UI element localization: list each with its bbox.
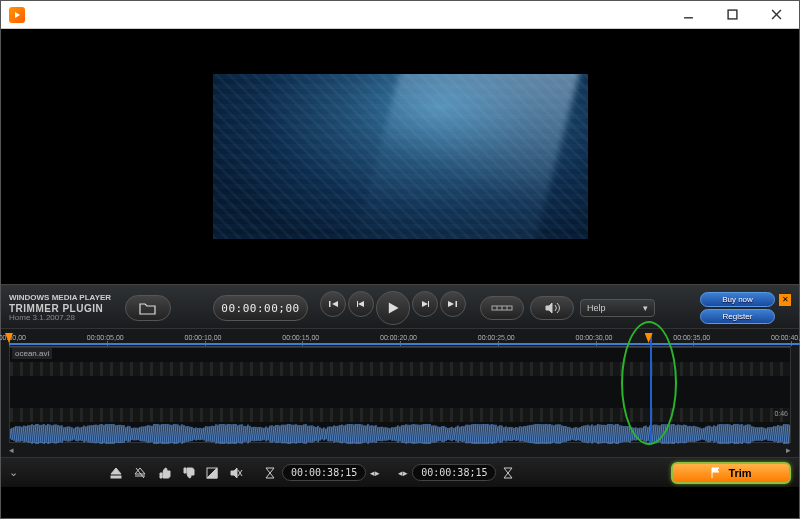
clip-name-label: ocean.avi: [12, 348, 52, 359]
film-strip-bottom: [10, 408, 790, 422]
open-file-button[interactable]: [125, 295, 171, 321]
trim-button[interactable]: Trim: [671, 462, 791, 484]
ruler-tick-label: 00:00:25,00: [478, 334, 515, 341]
ruler-tick-label: 00:00:35,00: [673, 334, 710, 341]
window-titlebar: [1, 1, 799, 29]
nudge-right-buttons[interactable]: ◂▸: [398, 468, 408, 478]
nudge-left-buttons[interactable]: ◂▸: [370, 468, 380, 478]
eject-icon[interactable]: [108, 465, 124, 481]
out-point-time: 00:00:38;15: [412, 464, 496, 481]
ruler-tick-label: 00:00:10,00: [185, 334, 222, 341]
maximize-button[interactable]: [717, 5, 747, 25]
film-strip-top: [10, 362, 790, 376]
title-line1: WINDOWS MEDIA PLAYER: [9, 294, 119, 303]
skip-back-button[interactable]: [320, 291, 346, 317]
ruler-tick-label: 00:00:30,00: [576, 334, 613, 341]
timecode-display: 00:00:00;00: [213, 295, 308, 321]
mute-icon[interactable]: [228, 465, 244, 481]
svg-marker-8: [389, 302, 399, 313]
zoom-slider-button[interactable]: [480, 296, 524, 320]
minimize-button[interactable]: [673, 5, 703, 25]
track-area[interactable]: ocean.avi 0:46: [9, 347, 791, 443]
flag-icon: [710, 467, 722, 479]
title-line2: TRIMMER PLUGIN: [9, 303, 119, 314]
hourglass-left-icon: [262, 465, 278, 481]
plugin-title: WINDOWS MEDIA PLAYER TRIMMER PLUGIN Home…: [9, 294, 119, 323]
svg-marker-17: [546, 303, 552, 313]
video-content: [351, 74, 585, 239]
range-bar: [9, 343, 800, 345]
svg-rect-19: [111, 476, 121, 478]
clip-duration-label: 0:46: [774, 410, 788, 417]
ruler-tick-label: 00:00:40,00: [771, 334, 800, 341]
ruler-tick-label: 00:00:00,00: [0, 334, 26, 341]
contrast-icon[interactable]: [204, 465, 220, 481]
transport-panel: WINDOWS MEDIA PLAYER TRIMMER PLUGIN Home…: [1, 284, 799, 328]
scroll-left-button[interactable]: ◂: [9, 445, 14, 457]
skip-forward-button[interactable]: [440, 291, 466, 317]
svg-marker-18: [111, 468, 121, 474]
svg-rect-12: [456, 301, 458, 307]
thumb-up-icon[interactable]: [156, 465, 172, 481]
svg-rect-1: [728, 10, 737, 19]
svg-marker-9: [422, 301, 428, 307]
close-button[interactable]: [761, 5, 791, 25]
svg-marker-6: [358, 301, 364, 307]
register-button[interactable]: Register: [700, 309, 775, 324]
frame-back-button[interactable]: [348, 291, 374, 317]
hourglass-right-icon: [500, 465, 516, 481]
scroll-right-button[interactable]: ▸: [786, 445, 791, 457]
bottom-toolbar: ⌄ 00:00:38;15 ◂▸ ◂▸ 00:00:38;15 Trim: [1, 457, 799, 487]
buy-now-button[interactable]: Buy now: [700, 292, 775, 307]
help-label: Help: [587, 303, 606, 313]
frame-forward-button[interactable]: [412, 291, 438, 317]
version-label: Home 3.1.2007.28: [9, 314, 119, 323]
timeline-scrollbar: ◂ ▸: [1, 445, 799, 457]
thumb-down-icon[interactable]: [180, 465, 196, 481]
trim-button-label: Trim: [728, 467, 751, 479]
video-preview-area: [1, 29, 799, 284]
volume-button[interactable]: [530, 296, 574, 320]
ruler-tick-label: 00:00:15,00: [282, 334, 319, 341]
chevron-down-icon: ▾: [643, 303, 648, 313]
svg-marker-11: [448, 301, 454, 307]
timeline-playhead[interactable]: [650, 334, 652, 444]
panel-close-button[interactable]: ✕: [779, 294, 791, 306]
svg-rect-7: [357, 301, 358, 307]
audio-waveform: [10, 424, 790, 444]
svg-marker-24: [207, 468, 217, 478]
svg-rect-10: [428, 301, 429, 307]
expand-toggle[interactable]: ⌄: [9, 466, 18, 479]
ruler-tick-label: 00:00:20,00: [380, 334, 417, 341]
app-icon: [9, 7, 25, 23]
svg-marker-25: [231, 468, 237, 478]
timeline-area: 00:00:00,0000:00:05,0000:00:10,0000:00:1…: [1, 328, 799, 445]
help-dropdown[interactable]: Help ▾: [580, 299, 655, 317]
video-frame: [213, 74, 588, 239]
delete-icon[interactable]: [132, 465, 148, 481]
app-window: WINDOWS MEDIA PLAYER TRIMMER PLUGIN Home…: [0, 0, 800, 519]
ruler-tick-label: 00:00:05,00: [87, 334, 124, 341]
svg-rect-4: [329, 301, 331, 307]
play-button[interactable]: [376, 291, 410, 325]
svg-marker-5: [332, 301, 338, 307]
in-point-time: 00:00:38;15: [282, 464, 366, 481]
